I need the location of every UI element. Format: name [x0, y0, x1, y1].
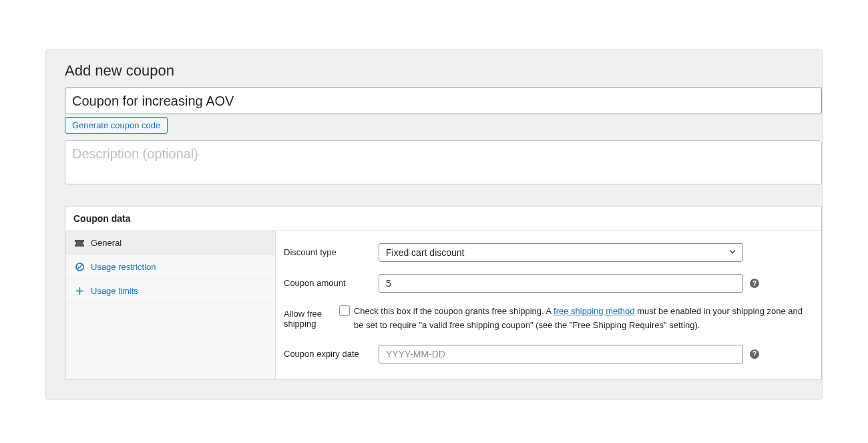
free-shipping-method-link[interactable]: free shipping method [554, 306, 634, 316]
coupon-amount-label: Coupon amount [284, 274, 379, 288]
page-title: Add new coupon [65, 62, 822, 80]
tab-usage-restriction[interactable]: Usage restriction [65, 255, 275, 279]
coupon-title-input[interactable] [65, 88, 822, 114]
coupon-expiry-input[interactable] [379, 345, 743, 363]
tab-label: General [91, 238, 122, 248]
ticket-icon [75, 239, 84, 248]
ban-icon [75, 263, 84, 272]
coupon-description-textarea[interactable] [65, 140, 822, 184]
discount-type-select[interactable]: Fixed cart discount [379, 243, 743, 262]
tab-label: Usage restriction [91, 262, 156, 272]
tab-usage-limits[interactable]: Usage limits [65, 279, 275, 303]
allow-free-shipping-description: Check this box if the coupon grants free… [354, 305, 813, 333]
help-icon[interactable]: ? [750, 279, 759, 288]
coupon-amount-input[interactable] [379, 274, 743, 293]
svg-line-1 [77, 265, 82, 269]
allow-free-shipping-label: Allow free shipping [284, 305, 339, 329]
discount-type-label: Discount type [284, 243, 379, 257]
tab-panel-general: Discount type Fixed cart discount [276, 231, 821, 380]
coupon-expiry-label: Coupon expiry date [284, 345, 379, 359]
generate-coupon-code-button[interactable]: Generate coupon code [65, 117, 168, 134]
coupon-data-metabox: Coupon data General [65, 206, 822, 380]
coupon-data-tabs: General Usage restriction [65, 231, 276, 380]
sliders-icon [75, 287, 84, 296]
allow-free-shipping-checkbox[interactable] [339, 305, 350, 316]
help-icon[interactable]: ? [750, 349, 759, 359]
tab-general[interactable]: General [65, 231, 275, 255]
tab-label: Usage limits [91, 286, 138, 296]
metabox-title: Coupon data [65, 206, 821, 231]
